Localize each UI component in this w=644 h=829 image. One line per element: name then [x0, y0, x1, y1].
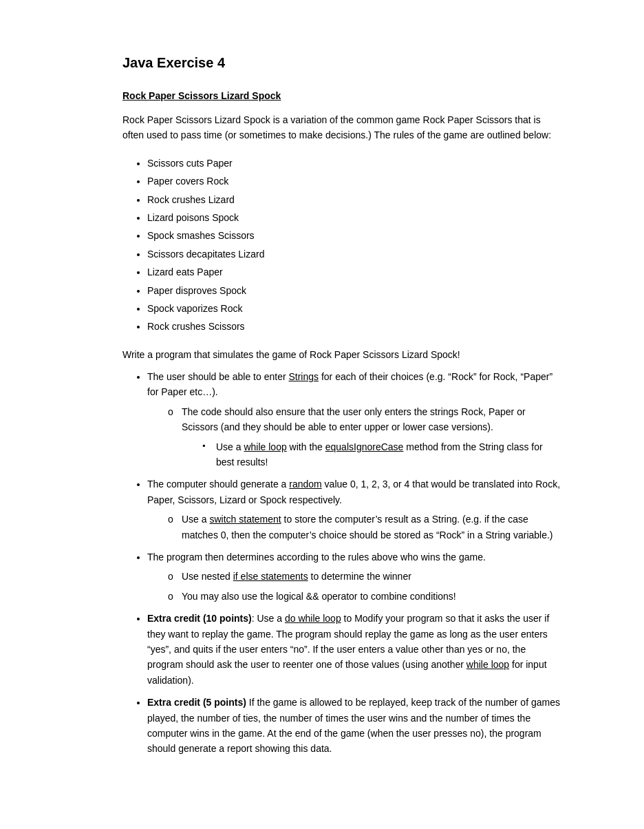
bold-label: Extra credit (10 points) — [147, 613, 252, 624]
sub-text: You may also use the logical && operator… — [182, 591, 456, 602]
list-item: Paper covers Rock — [147, 174, 563, 189]
sub-list-item: Use nested if else statements to determi… — [168, 569, 563, 584]
instruction-text: The computer should generate a random va… — [147, 479, 560, 505]
list-item: Rock crushes Scissors — [147, 319, 563, 334]
page-container: Java Exercise 4 Rock Paper Scissors Liza… — [54, 0, 590, 805]
sub-list: The code should also ensure that the use… — [168, 404, 563, 470]
instructions-intro: Write a program that simulates the game … — [122, 347, 563, 362]
list-item: Extra credit (10 points): Use a do while… — [147, 611, 563, 688]
list-item: Lizard poisons Spock — [147, 210, 563, 225]
sub-sub-list: Use a while loop with the equalsIgnoreCa… — [202, 439, 563, 470]
instruction-text: The user should be able to enter Strings… — [147, 371, 552, 397]
list-item: The user should be able to enter Strings… — [147, 369, 563, 470]
list-item: The computer should generate a random va… — [147, 476, 563, 543]
main-instructions: The user should be able to enter Strings… — [147, 369, 563, 757]
list-item: Paper disproves Spock — [147, 283, 563, 298]
sub-text: Use a switch statement to store the comp… — [182, 514, 553, 540]
intro-text: Rock Paper Scissors Lizard Spock is a va… — [122, 112, 563, 143]
list-item: Scissors decapitates Lizard — [147, 246, 563, 262]
sub-list-item: Use a switch statement to store the comp… — [168, 512, 563, 543]
sub-text: Use nested if else statements to determi… — [182, 571, 411, 582]
main-title: Java Exercise 4 — [122, 55, 563, 71]
rules-list: Scissors cuts Paper Paper covers Rock Ro… — [147, 156, 563, 335]
sub-list-item: The code should also ensure that the use… — [168, 404, 563, 470]
list-item: Extra credit (5 points) If the game is a… — [147, 695, 563, 757]
bold-label: Extra credit (5 points) — [147, 697, 246, 708]
subtitle: Rock Paper Scissors Lizard Spock — [122, 90, 563, 101]
list-item: Rock crushes Lizard — [147, 192, 563, 207]
sub-list: Use nested if else statements to determi… — [168, 569, 563, 604]
list-item: The program then determines according to… — [147, 549, 563, 604]
list-item: Spock smashes Scissors — [147, 228, 563, 243]
list-item: Spock vaporizes Rock — [147, 301, 563, 316]
instruction-text: The program then determines according to… — [147, 552, 486, 563]
list-item: Scissors cuts Paper — [147, 156, 563, 171]
instruction-text: Extra credit (5 points) If the game is a… — [147, 697, 560, 754]
sub-sub-text: Use a while loop with the equalsIgnoreCa… — [216, 441, 543, 468]
list-item: Lizard eats Paper — [147, 264, 563, 280]
instruction-text: Extra credit (10 points): Use a do while… — [147, 613, 549, 686]
sub-sub-list-item: Use a while loop with the equalsIgnoreCa… — [202, 439, 563, 470]
sub-list-item: You may also use the logical && operator… — [168, 589, 563, 604]
sub-text: The code should also ensure that the use… — [182, 406, 526, 432]
sub-list: Use a switch statement to store the comp… — [168, 512, 563, 543]
